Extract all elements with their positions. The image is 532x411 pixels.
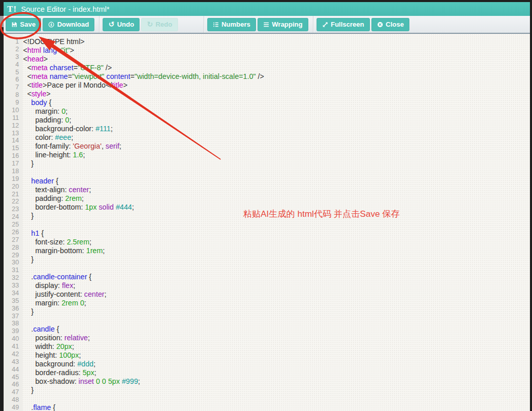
- code-line: <head>: [23, 55, 530, 64]
- line-number: 16: [4, 152, 19, 160]
- button-label: Download: [57, 20, 89, 28]
- line-number: 40: [4, 335, 19, 343]
- code-line: background-color: #111;: [23, 125, 530, 133]
- line-number: 31: [4, 266, 19, 274]
- toolbar-separator: [99, 16, 100, 33]
- fullscreen-button[interactable]: Fullscreen: [317, 18, 370, 31]
- line-number-gutter: 1234567891011121314151617181920212223242…: [4, 34, 23, 411]
- code-line: display: flex;: [23, 281, 530, 290]
- code-line: <title>Pace per il Mondo</title>: [23, 81, 530, 90]
- code-line: [23, 316, 530, 325]
- line-number: 33: [4, 282, 19, 290]
- line-number: 2: [4, 46, 19, 53]
- button-label: Save: [20, 20, 35, 28]
- code-line: <style>: [23, 90, 530, 98]
- undo-button[interactable]: ↺Undo: [103, 18, 140, 31]
- line-number: 11: [4, 114, 19, 122]
- line-number: 49: [4, 404, 19, 411]
- line-number: 46: [4, 381, 19, 388]
- code-line: margin: 2rem 0;: [23, 299, 530, 307]
- code-line: [23, 264, 530, 273]
- code-line: .candle-container {: [23, 273, 530, 281]
- source-editor-window: T! Source Editor - index.html* SaveDownl…: [4, 2, 530, 411]
- code-line: text-align: center;: [23, 186, 530, 194]
- code-line: font-size: 2.5rem;: [23, 238, 530, 246]
- titlebar: T! Source Editor - index.html*: [4, 2, 530, 16]
- line-number: 45: [4, 374, 19, 381]
- save-button[interactable]: Save: [6, 18, 41, 31]
- line-number: 17: [4, 160, 19, 168]
- code-editor[interactable]: <!DOCTYPE html><html lang="it"><head> <m…: [23, 34, 530, 411]
- line-number: 47: [4, 388, 19, 396]
- floppy-save-icon: [11, 22, 17, 28]
- line-number: 18: [4, 168, 19, 175]
- line-number: 32: [4, 274, 19, 282]
- code-line: <html lang="it">: [23, 46, 530, 55]
- line-number: 43: [4, 358, 19, 366]
- redo-button[interactable]: ↻Redo: [141, 18, 178, 31]
- line-number: 4: [4, 61, 19, 69]
- line-number: 1: [4, 38, 19, 46]
- code-line: [23, 168, 530, 177]
- window-edge-shadow: [0, 16, 4, 27]
- toolbar: SaveDownload↺Undo↻RedoNumbersWrappingFul…: [4, 16, 530, 34]
- code-line: <meta charset="UTF-8" />: [23, 64, 530, 72]
- line-number: 12: [4, 122, 19, 130]
- download-icon: [48, 22, 54, 28]
- line-number: 22: [4, 198, 19, 206]
- fullscreen-icon: [322, 22, 328, 28]
- button-label: Fullscreen: [331, 20, 364, 28]
- line-number: 44: [4, 366, 19, 374]
- line-number: 36: [4, 305, 19, 313]
- line-number: 24: [4, 213, 19, 221]
- code-line: border-bottom: 1px solid #444;: [23, 203, 530, 212]
- code-line: margin-bottom: 1rem;: [23, 246, 530, 255]
- wrapping-button[interactable]: Wrapping: [258, 18, 308, 31]
- code-line: h1 {: [23, 229, 530, 238]
- code-line: width: 20px;: [23, 342, 530, 351]
- line-number: 5: [4, 69, 19, 76]
- download-button[interactable]: Download: [43, 18, 94, 31]
- line-number: 39: [4, 327, 19, 335]
- line-number: 34: [4, 290, 19, 297]
- toolbar-separator: [313, 16, 313, 33]
- code-line: }: [23, 386, 530, 395]
- code-line: <meta name="viewport" content="width=dev…: [23, 72, 530, 81]
- line-number: 48: [4, 396, 19, 404]
- line-number: 14: [4, 137, 19, 145]
- code-line: height: 100px;: [23, 351, 530, 360]
- line-number: 41: [4, 343, 19, 351]
- editor-area: 1234567891011121314151617181920212223242…: [4, 34, 530, 411]
- code-line: padding: 0;: [23, 116, 530, 125]
- undo-icon: ↺: [108, 22, 114, 28]
- line-number: 8: [4, 91, 19, 99]
- button-label: Close: [386, 20, 404, 28]
- code-line: }: [23, 307, 530, 316]
- line-number: 9: [4, 99, 19, 107]
- line-number: 26: [4, 229, 19, 236]
- code-line: }: [23, 159, 530, 168]
- close-button[interactable]: Close: [371, 18, 409, 31]
- list-numbers-icon: [213, 22, 219, 28]
- code-line: .candle {: [23, 325, 530, 334]
- line-number: 30: [4, 259, 19, 266]
- redo-icon: ↻: [147, 22, 153, 28]
- code-line: <!DOCTYPE html>: [23, 37, 530, 46]
- line-number: 35: [4, 297, 19, 305]
- button-label: Numbers: [222, 20, 250, 28]
- window-title: Source Editor - index.html*: [21, 5, 109, 13]
- line-number: 23: [4, 206, 19, 213]
- code-line: font-family: 'Georgia', serif;: [23, 142, 530, 151]
- code-line: }: [23, 212, 530, 220]
- code-line: position: relative;: [23, 334, 530, 342]
- line-number: 38: [4, 320, 19, 327]
- code-line: margin: 0;: [23, 107, 530, 116]
- line-number: 3: [4, 53, 19, 61]
- code-line: border-radius: 5px;: [23, 368, 530, 377]
- line-number: 6: [4, 76, 19, 84]
- line-number: 20: [4, 183, 19, 191]
- numbers-button[interactable]: Numbers: [207, 18, 256, 31]
- code-line: [23, 220, 530, 229]
- code-line: color: #eee;: [23, 133, 530, 142]
- line-number: 25: [4, 221, 19, 229]
